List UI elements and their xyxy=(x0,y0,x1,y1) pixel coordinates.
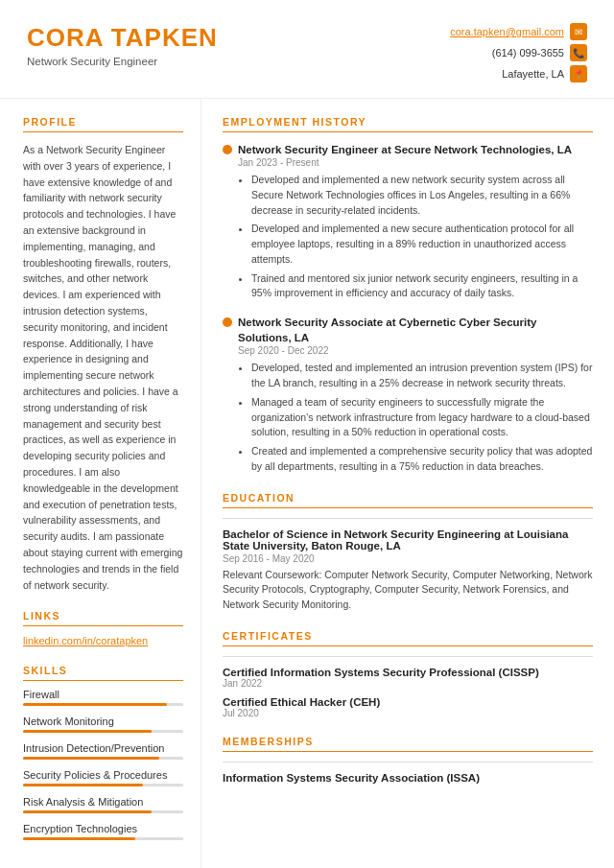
job-item: Network Security Engineer at Secure Netw… xyxy=(223,142,593,301)
job-bullet: Created and implemented a comprehensive … xyxy=(251,444,593,475)
skill-name: Risk Analysis & Mitigation xyxy=(23,796,183,808)
job-bullet: Developed and implemented a new secure a… xyxy=(251,222,593,267)
skill-item: Network Monitoring xyxy=(23,716,183,733)
candidate-name: CORA TAPKEN xyxy=(27,23,218,53)
location-text: Lafayette, LA xyxy=(502,68,564,80)
skill-item: Security Policies & Procedures xyxy=(23,769,183,786)
cert-item: Certified Information Systems Security P… xyxy=(223,667,593,689)
profile-section: PROFILE As a Network Security Engineer w… xyxy=(23,116,183,593)
memberships-section: MEMBERSHIPS Information Systems Security… xyxy=(223,736,593,784)
right-column: EMPLOYMENT HISTORY Network Security Engi… xyxy=(201,99,614,868)
header: CORA TAPKEN Network Security Engineer co… xyxy=(0,0,614,99)
linkedin-link[interactable]: linkedin.com/in/coratapken xyxy=(23,635,148,646)
skills-label: SKILLS xyxy=(23,665,183,681)
job-bullets: Developed and implemented a new network … xyxy=(238,173,593,301)
profile-text: As a Network Security Engineer with over… xyxy=(23,142,183,593)
cert-name: Certified Ethical Hacker (CEH) xyxy=(223,696,593,708)
skill-bar-fill xyxy=(23,730,152,733)
skill-name: Encryption Technologies xyxy=(23,823,183,834)
jobs-list: Network Security Engineer at Secure Netw… xyxy=(223,142,593,475)
skill-bar-fill xyxy=(23,757,159,760)
skill-bar-fill xyxy=(23,703,167,706)
skill-item: Intrusion Detection/Prevention xyxy=(23,742,183,760)
phone-icon: 📞 xyxy=(570,44,587,61)
links-section: LINKS linkedin.com/in/coratapken xyxy=(23,610,183,647)
employment-section: EMPLOYMENT HISTORY Network Security Engi… xyxy=(223,116,593,475)
skills-section: SKILLS Firewall Network Monitoring Intru… xyxy=(23,665,183,840)
certificates-list: Certified Information Systems Security P… xyxy=(223,667,593,718)
skill-name: Intrusion Detection/Prevention xyxy=(23,742,183,754)
education-date: Sep 2016 - May 2020 xyxy=(223,553,593,564)
employment-label: EMPLOYMENT HISTORY xyxy=(223,116,593,132)
education-divider xyxy=(223,518,593,519)
skill-bar xyxy=(23,703,183,706)
main-content: PROFILE As a Network Security Engineer w… xyxy=(0,99,614,868)
certificates-section: CERTIFICATES Certified Information Syste… xyxy=(223,630,593,718)
skill-bar xyxy=(23,810,183,813)
skills-list: Firewall Network Monitoring Intrusion De… xyxy=(23,689,183,840)
resume-page: CORA TAPKEN Network Security Engineer co… xyxy=(0,0,614,868)
cert-item: Certified Ethical Hacker (CEH) Jul 2020 xyxy=(223,696,593,718)
education-label: EDUCATION xyxy=(223,492,593,508)
job-dot xyxy=(223,145,232,154)
membership-item: Information Systems Security Association… xyxy=(223,772,593,784)
job-bullet: Developed, tested and implemented an int… xyxy=(251,361,593,391)
skill-bar-fill xyxy=(23,810,152,813)
location-row: Lafayette, LA 📍 xyxy=(502,65,587,82)
job-date: Sep 2020 - Dec 2022 xyxy=(238,345,593,356)
skill-name: Firewall xyxy=(23,689,183,700)
candidate-title: Network Security Engineer xyxy=(27,56,218,67)
cert-date: Jan 2022 xyxy=(223,678,593,689)
cert-name: Certified Information Systems Security P… xyxy=(223,667,593,678)
education-degree: Bachelor of Science in Network Security … xyxy=(223,528,593,551)
skill-bar-fill xyxy=(23,784,143,786)
location-icon: 📍 xyxy=(570,65,587,82)
skill-item: Risk Analysis & Mitigation xyxy=(23,796,183,813)
job-item: Network Security Associate at Cybernetic… xyxy=(223,315,593,474)
job-dot xyxy=(223,317,232,327)
profile-label: PROFILE xyxy=(23,116,183,132)
email-link[interactable]: cora.tapken@gmail.com xyxy=(450,26,564,37)
left-column: PROFILE As a Network Security Engineer w… xyxy=(0,99,201,868)
job-bullets: Developed, tested and implemented an int… xyxy=(238,361,593,474)
skill-name: Security Policies & Procedures xyxy=(23,769,183,781)
memberships-list: Information Systems Security Association… xyxy=(223,772,593,784)
membership-name: Information Systems Security Association… xyxy=(223,772,593,784)
skill-name: Network Monitoring xyxy=(23,716,183,727)
header-left: CORA TAPKEN Network Security Engineer xyxy=(27,23,218,67)
skill-item: Encryption Technologies xyxy=(23,823,183,840)
links-label: LINKS xyxy=(23,610,183,626)
header-right: cora.tapken@gmail.com ✉ (614) 099-3655 📞… xyxy=(450,23,587,82)
education-coursework: Relevant Coursework: Computer Network Se… xyxy=(223,568,593,613)
certificates-label: CERTIFICATES xyxy=(223,630,593,646)
email-row: cora.tapken@gmail.com ✉ xyxy=(450,23,587,40)
phone-text: (614) 099-3655 xyxy=(492,47,564,59)
skill-bar xyxy=(23,757,183,760)
skill-bar xyxy=(23,730,183,733)
skill-bar xyxy=(23,784,183,786)
memberships-divider xyxy=(223,762,593,762)
memberships-label: MEMBERSHIPS xyxy=(223,736,593,752)
skill-bar xyxy=(23,837,183,840)
certificates-divider xyxy=(223,656,593,657)
skill-item: Firewall xyxy=(23,689,183,706)
job-bullet: Trained and mentored six junior network … xyxy=(251,271,593,302)
job-date: Jan 2023 - Present xyxy=(238,157,593,168)
phone-row: (614) 099-3655 📞 xyxy=(492,44,587,61)
cert-date: Jul 2020 xyxy=(223,708,593,718)
skill-bar-fill xyxy=(23,837,135,840)
job-bullet: Developed and implemented a new network … xyxy=(251,173,593,218)
email-icon: ✉ xyxy=(570,23,587,40)
job-title: Network Security Associate at Cybernetic… xyxy=(238,315,593,345)
job-title: Network Security Engineer at Secure Netw… xyxy=(238,142,593,157)
education-section: EDUCATION Bachelor of Science in Network… xyxy=(223,492,593,613)
job-bullet: Managed a team of security engineers to … xyxy=(251,395,593,440)
